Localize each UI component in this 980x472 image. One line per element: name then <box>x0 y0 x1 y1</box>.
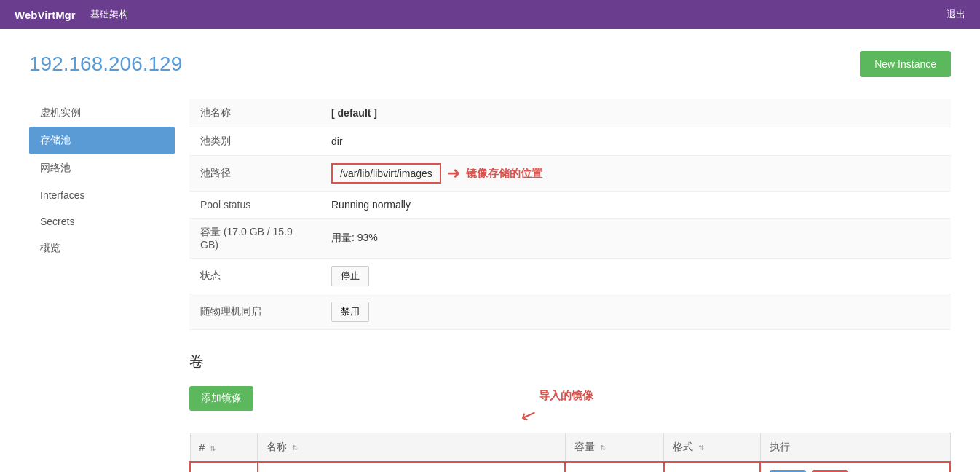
pool-status-value: Running normally <box>320 192 951 219</box>
pool-name-row: 池名称 [ default ] <box>189 99 951 127</box>
pool-path-value: /var/lib/libvirt/images ➜ 镜像存储的位置 <box>320 156 951 192</box>
pool-autostart-label: 随物理机同启 <box>189 294 320 330</box>
pool-info-table: 池名称 [ default ] 池类别 dir 池路径 /var/lib/lib… <box>189 99 951 330</box>
page-title: 192.168.206.129 <box>29 52 182 76</box>
pool-status-row: Pool status Running normally <box>189 192 951 219</box>
volumes-table: # ⇅ 名称 ⇅ 容量 ⇅ 格式 ⇅ 执行 1 rhel-server-7.4-… <box>189 433 951 472</box>
pool-autostart-value: 禁用 <box>320 294 951 330</box>
pool-autostart-row: 随物理机同启 禁用 <box>189 294 951 330</box>
row-size: 3.8 GB <box>565 462 664 472</box>
page-header: 192.168.206.129 New Instance <box>29 51 951 77</box>
pool-state-label: 状态 <box>189 259 320 294</box>
sort-name-icon: ⇅ <box>292 444 298 452</box>
pool-status-label: Pool status <box>189 192 320 219</box>
path-annotation-wrapper: /var/lib/libvirt/images ➜ 镜像存储的位置 <box>331 163 940 184</box>
sort-size-icon: ⇅ <box>600 444 606 452</box>
sidebar: 虚机实例 存储池 网络池 Interfaces Secrets 概览 <box>29 99 175 472</box>
row-format: iso <box>664 462 760 472</box>
volumes-table-header-row: # ⇅ 名称 ⇅ 容量 ⇅ 格式 ⇅ 执行 <box>190 433 950 463</box>
volumes-section: 卷 添加镜像 导入的镜像 ↙ # ⇅ 名称 ⇅ 容量 ⇅ 格式 ⇅ <box>189 352 951 472</box>
content-area: 池名称 [ default ] 池类别 dir 池路径 /var/lib/lib… <box>175 99 951 472</box>
row-name: rhel-server-7.4-x86_64-dvd.iso <box>258 462 565 472</box>
sort-format-icon: ⇅ <box>698 444 704 452</box>
pool-name-label: 池名称 <box>189 99 320 127</box>
new-instance-button[interactable]: New Instance <box>860 51 951 77</box>
pool-capacity-value: 用量: 93% <box>320 219 951 259</box>
content-layout: 虚机实例 存储池 网络池 Interfaces Secrets 概览 池名称 [… <box>29 99 951 472</box>
volumes-section-title: 卷 <box>189 352 951 371</box>
import-arrow-icon: ↙ <box>517 401 540 428</box>
main-container: 192.168.206.129 New Instance 虚机实例 存储池 网络… <box>0 29 980 472</box>
autostart-button[interactable]: 禁用 <box>331 302 369 322</box>
pool-path-label: 池路径 <box>189 156 320 192</box>
sidebar-item-vm-instances[interactable]: 虚机实例 <box>29 99 175 127</box>
pool-capacity-row: 容量 (17.0 GB / 15.9 GB) 用量: 93% <box>189 219 951 259</box>
row-num: 1 <box>190 462 258 472</box>
sidebar-item-storage-pool[interactable]: 存储池 <box>29 127 175 154</box>
import-annotation-text: 导入的镜像 <box>539 389 593 403</box>
table-row: 1 rhel-server-7.4-x86_64-dvd.iso 3.8 GB … <box>190 462 950 472</box>
pool-state-value: 停止 <box>320 259 951 294</box>
pool-path-box: /var/lib/libvirt/images <box>331 163 441 184</box>
sort-num-icon: ⇅ <box>210 444 216 452</box>
top-nav: WebVirtMgr 基础架构 退出 <box>0 0 980 29</box>
add-image-button[interactable]: 添加镜像 <box>189 386 253 411</box>
nav-link-infrastructure[interactable]: 基础架构 <box>90 8 128 21</box>
col-header-name: 名称 ⇅ <box>258 433 565 463</box>
col-header-num: # ⇅ <box>190 433 258 463</box>
sidebar-item-secrets[interactable]: Secrets <box>29 208 175 235</box>
pool-type-row: 池类别 dir <box>189 127 951 156</box>
pool-capacity-label: 容量 (17.0 GB / 15.9 GB) <box>189 219 320 259</box>
nav-left: WebVirtMgr 基础架构 <box>15 8 128 21</box>
pool-type-label: 池类别 <box>189 127 320 156</box>
sidebar-item-overview[interactable]: 概览 <box>29 235 175 262</box>
col-header-actions: 执行 <box>760 433 950 463</box>
stop-button[interactable]: 停止 <box>331 266 369 286</box>
pool-type-value: dir <box>320 127 951 156</box>
col-header-format: 格式 ⇅ <box>664 433 760 463</box>
pool-state-row: 状态 停止 <box>189 259 951 294</box>
sidebar-item-interfaces[interactable]: Interfaces <box>29 182 175 208</box>
brand-logo: WebVirtMgr <box>15 9 76 21</box>
row-actions: 克隆 删除 <box>760 462 950 472</box>
path-arrow-icon: ➜ <box>447 164 460 183</box>
path-annotation-text: 镜像存储的位置 <box>466 167 542 181</box>
pool-path-row: 池路径 /var/lib/libvirt/images ➜ 镜像存储的位置 <box>189 156 951 192</box>
col-header-size: 容量 ⇅ <box>565 433 664 463</box>
pool-name-value: [ default ] <box>320 99 951 127</box>
sidebar-item-network-pool[interactable]: 网络池 <box>29 154 175 182</box>
logout-link[interactable]: 退出 <box>947 8 965 21</box>
